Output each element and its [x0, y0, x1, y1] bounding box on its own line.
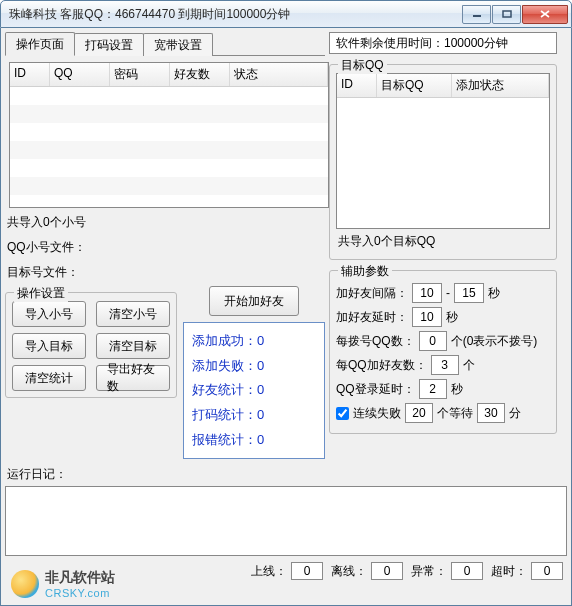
qq-small-file-label: QQ小号文件： — [7, 239, 323, 256]
export-friends-button[interactable]: 导出好友数 — [96, 365, 170, 391]
error-stat-value: 0 — [257, 432, 264, 447]
interval-max-input[interactable] — [454, 283, 484, 303]
operation-settings-group: 操作设置 导入小号 清空小号 导入目标 清空目标 清空统计 导出好友数 — [5, 292, 177, 398]
offline-value: 0 — [371, 562, 403, 580]
time-remaining-label: 软件剩余使用时间： — [336, 35, 444, 52]
tab-operation[interactable]: 操作页面 — [5, 32, 75, 56]
add-fail-label: 添加失败： — [192, 358, 257, 373]
col-password: 密码 — [110, 63, 170, 86]
friend-stat-value: 0 — [257, 382, 264, 397]
dial-label: 每拨号QQ数： — [336, 333, 415, 350]
fail-wait-unit: 分 — [509, 405, 521, 422]
add-success-value: 0 — [257, 333, 264, 348]
target-qq-group: 目标QQ ID 目标QQ 添加状态 共导入0个目标QQ — [329, 64, 557, 260]
interval-min-input[interactable] — [412, 283, 442, 303]
add-success-label: 添加成功： — [192, 333, 257, 348]
target-table[interactable]: ID 目标QQ 添加状态 — [336, 73, 550, 229]
import-small-button[interactable]: 导入小号 — [12, 301, 86, 327]
col-status: 状态 — [230, 63, 328, 86]
stats-panel: 添加成功：0 添加失败：0 好友统计：0 打码统计：0 报错统计：0 — [183, 322, 325, 459]
aux-params-group: 辅助参数 加好友间隔： - 秒 加好友延时： 秒 每拨号QQ数 — [329, 270, 557, 434]
maximize-button[interactable] — [492, 5, 521, 24]
target-file-label: 目标号文件： — [7, 264, 323, 281]
aux-params-legend: 辅助参数 — [338, 263, 392, 280]
accounts-table-rows — [10, 87, 328, 207]
offline-label: 离线： — [331, 563, 367, 580]
continuous-fail-label: 连续失败 — [353, 405, 401, 422]
fail-count-input[interactable] — [405, 403, 433, 423]
tcol-id: ID — [337, 74, 377, 97]
accounts-table-header: ID QQ 密码 好友数 状态 — [10, 63, 328, 87]
tab-broadband[interactable]: 宽带设置 — [143, 33, 213, 56]
svg-rect-0 — [473, 15, 481, 17]
login-delay-input[interactable] — [419, 379, 447, 399]
window-body: 操作页面 打码设置 宽带设置 ID QQ 密码 好友数 状态 共导入0个小号 Q… — [0, 28, 572, 606]
minimize-button[interactable] — [462, 5, 491, 24]
target-table-header: ID 目标QQ 添加状态 — [337, 74, 549, 98]
login-delay-unit: 秒 — [451, 381, 463, 398]
fail-mid-label: 个等待 — [437, 405, 473, 422]
svg-rect-1 — [503, 11, 511, 17]
tcol-status: 添加状态 — [452, 74, 549, 97]
interval-unit: 秒 — [488, 285, 500, 302]
clear-stats-button[interactable]: 清空统计 — [12, 365, 86, 391]
tabs: 操作页面 打码设置 宽带设置 — [5, 32, 325, 56]
window-title: 珠峰科技 客服QQ：466744470 到期时间100000分钟 — [9, 6, 462, 23]
online-label: 上线： — [251, 563, 287, 580]
window-titlebar: 珠峰科技 客服QQ：466744470 到期时间100000分钟 — [0, 0, 572, 28]
accounts-table[interactable]: ID QQ 密码 好友数 状态 — [9, 62, 329, 208]
col-friends: 好友数 — [170, 63, 230, 86]
timeout-label: 超时： — [491, 563, 527, 580]
delay-input[interactable] — [412, 307, 442, 327]
interval-sep: - — [446, 286, 450, 300]
left-column: 操作页面 打码设置 宽带设置 ID QQ 密码 好友数 状态 共导入0个小号 Q… — [5, 32, 325, 459]
delay-label: 加好友延时： — [336, 309, 408, 326]
error-stat-label: 报错统计： — [192, 432, 257, 447]
footer-status: 上线：0 离线：0 异常：0 超时：0 — [5, 560, 567, 580]
interval-label: 加好友间隔： — [336, 285, 408, 302]
dial-input[interactable] — [419, 331, 447, 351]
friend-stat-label: 好友统计： — [192, 382, 257, 397]
per-qq-input[interactable] — [431, 355, 459, 375]
start-add-friends-button[interactable]: 开始加好友 — [209, 286, 299, 316]
col-qq: QQ — [50, 63, 110, 86]
right-column: 软件剩余使用时间： 100000分钟 目标QQ ID 目标QQ 添加状态 共导入… — [329, 32, 557, 459]
abnormal-label: 异常： — [411, 563, 447, 580]
clear-target-button[interactable]: 清空目标 — [96, 333, 170, 359]
dama-stat-label: 打码统计： — [192, 407, 257, 422]
time-remaining-value: 100000分钟 — [444, 35, 508, 52]
target-table-rows — [337, 98, 549, 228]
dama-stat-value: 0 — [257, 407, 264, 422]
abnormal-value: 0 — [451, 562, 483, 580]
fail-wait-input[interactable] — [477, 403, 505, 423]
timeout-value: 0 — [531, 562, 563, 580]
online-value: 0 — [291, 562, 323, 580]
operation-settings-legend: 操作设置 — [14, 285, 68, 302]
add-fail-value: 0 — [257, 358, 264, 373]
continuous-fail-checkbox[interactable] — [336, 407, 349, 420]
target-qq-legend: 目标QQ — [338, 57, 387, 74]
imported-accounts-label: 共导入0个小号 — [7, 214, 323, 231]
dial-note: 个(0表示不拨号) — [451, 333, 538, 350]
time-remaining-line: 软件剩余使用时间： 100000分钟 — [329, 32, 557, 54]
close-button[interactable] — [522, 5, 568, 24]
target-summary: 共导入0个目标QQ — [338, 233, 548, 250]
tab-dama[interactable]: 打码设置 — [74, 33, 144, 56]
tcol-target: 目标QQ — [377, 74, 452, 97]
delay-unit: 秒 — [446, 309, 458, 326]
window-buttons — [462, 5, 568, 24]
clear-small-button[interactable]: 清空小号 — [96, 301, 170, 327]
per-qq-label: 每QQ加好友数： — [336, 357, 427, 374]
runlog-textarea[interactable] — [5, 486, 567, 556]
col-id: ID — [10, 63, 50, 86]
runlog-label: 运行日记： — [7, 466, 565, 483]
import-target-button[interactable]: 导入目标 — [12, 333, 86, 359]
per-qq-unit: 个 — [463, 357, 475, 374]
login-delay-label: QQ登录延时： — [336, 381, 415, 398]
